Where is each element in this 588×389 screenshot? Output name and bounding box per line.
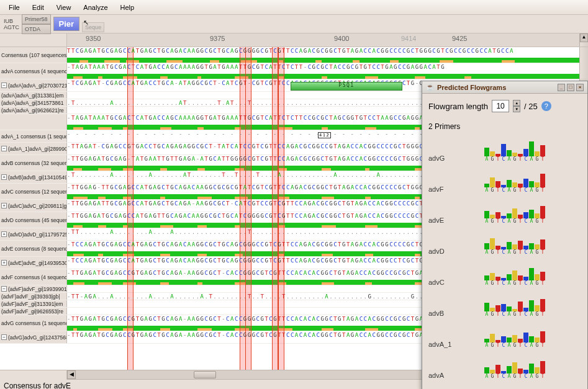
primer-row: advA_1 AGTCAGTCAGT: [428, 321, 581, 348]
vertical-scrollbar[interactable]: ▲: [579, 34, 588, 47]
flowgram-titlebar[interactable]: ☕ Predicted Flowgrams _ □ ×: [422, 81, 587, 94]
menu-file[interactable]: File: [2, 1, 26, 14]
primer-name: advB: [428, 310, 484, 317]
toolbar: IUB AGTC Primer58 OTDA Pier x Seque ↖: [0, 15, 588, 34]
spin-down-icon[interactable]: ▼: [513, 106, 520, 112]
expand-toggle[interactable]: −: [1, 146, 7, 151]
expand-toggle[interactable]: +: [1, 174, 7, 180]
primer-name: advD: [428, 248, 484, 255]
primer-name: advF: [428, 186, 484, 193]
scroll-thumb[interactable]: [194, 371, 216, 378]
primer-flowgram: AGTCAGTCAGT: [484, 331, 545, 348]
flowgram-bar: A: [529, 268, 534, 286]
expand-toggle[interactable]: +: [1, 260, 7, 266]
toolbar-otda-button[interactable]: OTDA: [22, 24, 51, 34]
flowgram-bar: C: [523, 370, 528, 379]
track-label[interactable]: advG consensus (1 sequence: [0, 315, 67, 331]
toolbar-agtc-label: AGTC: [4, 24, 19, 30]
flowgram-bar: T: [518, 241, 523, 255]
track-label[interactable]: −(advG)advG_gi|124375682: [0, 331, 67, 343]
flowgram-bar: T: [495, 305, 500, 317]
track-label[interactable]: advB consensus (32 sequenc: [0, 155, 67, 171]
flowgram-bar: G: [512, 153, 517, 162]
menu-analyze[interactable]: Analyze: [77, 1, 114, 14]
track-label[interactable]: (advA)advA_gi|313381|em: [0, 92, 67, 99]
flowgram-bar: G: [512, 244, 517, 255]
track-label[interactable]: [0, 114, 67, 130]
primer-flowgram: AGTCAGTCAGT: [484, 238, 545, 255]
menu-help[interactable]: Help: [114, 1, 141, 14]
flowgram-bar: G: [490, 177, 495, 193]
flowgram-bar: A: [507, 213, 512, 224]
toolbar-primer58-button[interactable]: Primer58: [22, 14, 51, 24]
primer-flowgram: AGTCAGTCAGT: [484, 174, 545, 193]
primer-annotation[interactable]: PSQ1: [291, 82, 402, 91]
primer-flowgram: AGTCAGTCAGT: [484, 361, 545, 379]
track-label[interactable]: advA consensus (4 sequence: [0, 63, 67, 79]
flowgram-bar: T: [518, 369, 523, 379]
expand-toggle[interactable]: +: [1, 203, 7, 208]
maximize-button[interactable]: □: [567, 84, 574, 91]
track-label[interactable]: advF consensus (4 sequence: [0, 269, 67, 285]
flowgram-bar: T: [518, 154, 523, 162]
track-label[interactable]: +(advB)advB_gi|134105495: [0, 171, 67, 183]
track-seq[interactable]: -TAGATAAATGCGACTCATGACCAGCAAAAGGTGATGAAA…: [67, 63, 579, 79]
flowgram-bar: T: [495, 365, 500, 379]
track-label[interactable]: (advA)advA_gi|9626621|re: [0, 107, 67, 114]
flowgram-bar: T: [540, 299, 545, 317]
toolbar-pier-button[interactable]: Pier: [53, 17, 80, 31]
expand-toggle[interactable]: −: [1, 286, 7, 292]
menu-view[interactable]: View: [50, 1, 78, 14]
menubar: File Edit View Analyze Help: [0, 0, 588, 15]
primer-flowgram: AGTCAGTCAGT: [484, 206, 545, 224]
ruler-row: 9350 9375 9400 9414 9425 ▲: [0, 34, 588, 47]
minimize-button[interactable]: _: [558, 84, 565, 91]
flowgram-bar: C: [501, 185, 506, 193]
flowgram-length-input[interactable]: [492, 100, 509, 112]
ruler[interactable]: 9350 9375 9400 9414 9425: [67, 34, 579, 47]
track-label[interactable]: −(advF)advF_gi|199399012: [0, 285, 67, 292]
track-label[interactable]: +(advD)advD_gi|117957257: [0, 228, 67, 240]
flowgram-bar: A: [484, 211, 489, 224]
flowgram-bar: A: [507, 150, 512, 162]
primer-row: advG AGTCAGTCAGT: [428, 135, 581, 162]
track-label[interactable]: +(advE)advE_gi|149395306: [0, 257, 67, 269]
consensus-track: Consensus (107 sequences) TTCGAGATGCGAGC…: [0, 47, 579, 63]
flowgram-bar: A: [507, 274, 512, 286]
ruler-tick: 9375: [210, 35, 225, 42]
track-label[interactable]: advD consensus (45 sequenc: [0, 212, 67, 228]
primer-name: advG: [428, 154, 484, 162]
flowgram-bar: A: [484, 243, 489, 255]
flowgram-window[interactable]: ☕ Predicted Flowgrams _ □ × Flowgram len…: [422, 81, 588, 389]
primers-label: 2 Primers: [428, 122, 581, 131]
track-label[interactable]: (advF)advF_gi|313391|em: [0, 300, 67, 307]
toolbar-iub-label: IUB: [4, 18, 19, 24]
close-button[interactable]: ×: [576, 84, 584, 91]
spin-up-icon[interactable]: ▲: [513, 100, 520, 106]
expand-toggle[interactable]: −: [1, 83, 7, 88]
track-label[interactable]: −(advA_1)advA_gi|2899909: [0, 143, 67, 154]
flowgram-bar: A: [484, 275, 489, 286]
consensus-seq[interactable]: TTCGAGATGCGAGCCATGAGCTGCAGACAAGGCGCTGCAG…: [67, 47, 579, 63]
expand-toggle[interactable]: −: [1, 334, 7, 340]
scroll-up-icon[interactable]: ▲: [580, 34, 588, 42]
track-label[interactable]: (advF)advF_gi|9626553|re: [0, 308, 67, 315]
flowgram-bar: A: [484, 339, 489, 348]
track-label[interactable]: (advF)advF_gi|39393|gb|: [0, 293, 67, 300]
track-label[interactable]: advE consensus (8 sequence: [0, 241, 67, 256]
primer-row: advF AGTCAGTCAGT: [428, 166, 581, 193]
flowgram-bar: C: [501, 278, 506, 286]
track-label[interactable]: advC consensus (12 sequenc: [0, 184, 67, 199]
flowgram-bar: G: [512, 182, 517, 193]
flowgram-length-label: Flowgram length: [428, 102, 488, 111]
menu-edit[interactable]: Edit: [26, 1, 50, 14]
track-label[interactable]: (advA)advA_gi|341573861: [0, 99, 67, 106]
scroll-left-icon[interactable]: ◀: [67, 370, 76, 379]
track-label[interactable]: advA_1 consensus (1 sequen: [0, 130, 67, 142]
cursor-icon: ↖: [83, 19, 89, 27]
help-icon[interactable]: ?: [541, 101, 551, 111]
flowgram-bar: C: [523, 149, 528, 162]
track-label[interactable]: +(advC)advC_gi|209811|gb: [0, 200, 67, 212]
track-label[interactable]: −(advA)advA_gi|270307218: [0, 79, 67, 91]
expand-toggle[interactable]: +: [1, 231, 7, 237]
